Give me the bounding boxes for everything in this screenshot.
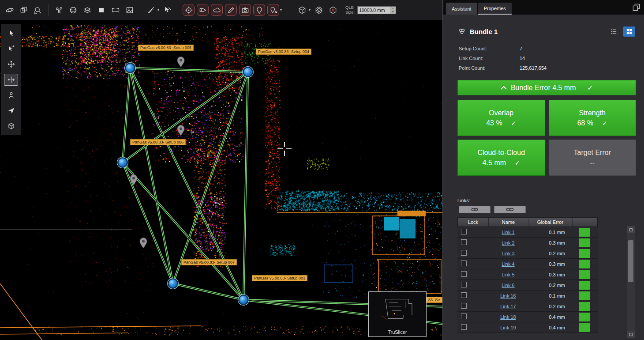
stat-value: 14	[520, 56, 525, 61]
link-lock-checkbox[interactable]	[461, 292, 467, 298]
measure-dropdown-caret[interactable]: ▾	[157, 8, 159, 12]
pin-icon[interactable]	[253, 4, 265, 16]
truslicer-panel[interactable]: TruSlicer	[368, 291, 427, 337]
link-lock-checkbox[interactable]	[461, 261, 467, 266]
link-name[interactable]: Link 19	[500, 325, 516, 330]
link-name[interactable]: Link 5	[502, 272, 514, 277]
setup-label[interactable]: PanGas v5.00.83- Setup 003	[252, 275, 307, 281]
link-row[interactable]: Link 60.2 mm	[457, 280, 598, 291]
qlb-size-input[interactable]	[358, 8, 390, 13]
qlb-box-icon[interactable]: M	[327, 4, 339, 16]
column-global-error[interactable]: Global Error	[528, 218, 573, 227]
spinner-up-icon[interactable]: ▴	[392, 7, 393, 10]
scroll-thumb[interactable]	[628, 240, 633, 282]
link-row[interactable]: Link 10.1 mm	[457, 227, 598, 238]
stations-icon[interactable]	[53, 4, 65, 16]
panel-divider[interactable]	[442, 0, 443, 340]
orbit-icon[interactable]	[4, 4, 15, 16]
link-lock-checkbox[interactable]	[461, 324, 467, 330]
lock-all-links-button[interactable]	[459, 206, 490, 213]
scroll-top-button[interactable]	[627, 226, 635, 233]
scroll-track[interactable]	[627, 233, 635, 331]
zoom-window-icon[interactable]	[32, 4, 44, 16]
column-lock[interactable]: Lock	[458, 218, 489, 227]
restore-window-icon[interactable]	[632, 3, 640, 11]
svg-text:M: M	[331, 8, 334, 12]
links-scrollbar[interactable]	[627, 226, 635, 338]
link-row[interactable]: Link 40.3 mm	[457, 259, 598, 269]
link-name[interactable]: Link 2	[502, 240, 514, 246]
link-row[interactable]: Link 50.3 mm	[457, 269, 598, 280]
box-mode-icon[interactable]	[4, 120, 18, 132]
link-row[interactable]: Link 20.3 mm	[457, 238, 598, 248]
pin-dropdown-caret[interactable]: ▾	[280, 8, 282, 12]
view-cube-caret[interactable]: ▾	[309, 8, 311, 12]
align-stations-icon[interactable]	[4, 74, 18, 86]
link-lock-buttons	[459, 206, 644, 213]
grid-view-toggle[interactable]	[623, 26, 635, 37]
tag-icon[interactable]	[197, 4, 209, 16]
camera-icon[interactable]	[239, 4, 251, 16]
navigate-icon[interactable]	[4, 105, 18, 117]
link-row[interactable]: Link 170.2 mm	[457, 301, 598, 312]
move-tool-icon[interactable]	[4, 58, 18, 70]
layers-icon[interactable]	[81, 4, 93, 16]
select-elements-icon[interactable]	[4, 43, 18, 55]
cloud-icon[interactable]	[211, 4, 223, 16]
link-name[interactable]: Link 17	[500, 304, 516, 309]
link-row[interactable]: Link 190.4 mm	[457, 322, 598, 333]
select-cursor-icon[interactable]	[4, 27, 18, 39]
image-icon[interactable]	[124, 4, 135, 16]
link-lock-checkbox[interactable]	[461, 239, 467, 245]
view-cube-icon[interactable]	[296, 4, 308, 16]
link-error-value: 0.4 mm	[528, 325, 572, 330]
target-icon[interactable]	[183, 4, 195, 16]
column-name[interactable]: Name	[489, 218, 528, 227]
viewport-3d[interactable]: PanGas v5.00.83- Setup 005PanGas v5.00.8…	[0, 20, 442, 340]
quality-tiles: Overlap 43 %✓ Strength 68 %✓ Cloud-to-Cl…	[457, 100, 636, 176]
link-name[interactable]: Link 4	[502, 261, 514, 267]
setup-label[interactable]: 83- Se	[426, 297, 442, 303]
setup-label[interactable]: PanGas v5.00.83- Setup 005	[138, 45, 194, 51]
link-name[interactable]: Link 16	[500, 293, 516, 298]
tab-properties[interactable]: Properties	[478, 3, 512, 15]
measure-icon[interactable]	[145, 4, 157, 16]
link-name[interactable]: Link 1	[502, 230, 514, 235]
link-lock-checkbox[interactable]	[461, 250, 467, 256]
qlb-spinner[interactable]: ▴▾	[390, 7, 396, 14]
link-row[interactable]: Link 30.2 mm	[457, 248, 598, 259]
tab-assistant[interactable]: Assistant	[446, 3, 477, 15]
link-name[interactable]: Link 3	[502, 251, 514, 256]
copy-view-icon[interactable]	[18, 4, 30, 16]
scroll-bottom-button[interactable]	[627, 331, 635, 338]
link-lock-checkbox[interactable]	[461, 271, 467, 277]
bundle-error-bar[interactable]: Bundle Error 4.5 mm ✓	[457, 80, 636, 95]
link-name[interactable]: Link 6	[502, 283, 514, 288]
setup-label[interactable]: PanGas v5.00.83- Setup 004	[256, 49, 311, 55]
list-view-toggle[interactable]	[608, 26, 620, 37]
plane-icon[interactable]	[95, 4, 107, 16]
link-row[interactable]: Link 180.4 mm	[457, 312, 598, 322]
first-person-view-icon[interactable]	[4, 89, 18, 101]
scroll-bottom-icon	[629, 333, 633, 336]
link-lock-checkbox[interactable]	[461, 282, 467, 287]
setup-label[interactable]: PanGas v5.00.83- Setup 007	[181, 259, 237, 265]
grid-box-icon[interactable]	[313, 4, 325, 16]
spinner-down-icon[interactable]: ▾	[392, 10, 393, 13]
truslicer-title: TruSlicer	[369, 329, 426, 336]
qlb-size-label: QLB Size:	[345, 5, 355, 15]
link-lock-checkbox[interactable]	[461, 303, 467, 309]
setup-label[interactable]: PanGas v5.00.83- Setup 006	[130, 139, 186, 145]
link-error-bar	[579, 270, 590, 279]
pick-measure-icon[interactable]	[161, 4, 173, 16]
unlock-all-links-button[interactable]	[494, 206, 526, 213]
bundle-stats: Setup Count:7 Link Count:14 Point Count:…	[459, 44, 644, 73]
link-name[interactable]: Link 18	[500, 314, 516, 320]
link-lock-checkbox[interactable]	[461, 229, 467, 234]
annotate-icon[interactable]	[225, 4, 237, 16]
link-row[interactable]: Link 160.1 mm	[457, 291, 598, 301]
panorama-icon[interactable]	[109, 4, 121, 16]
pin-add-icon[interactable]	[267, 4, 279, 16]
link-lock-checkbox[interactable]	[461, 314, 467, 319]
sphere-icon[interactable]	[67, 4, 79, 16]
